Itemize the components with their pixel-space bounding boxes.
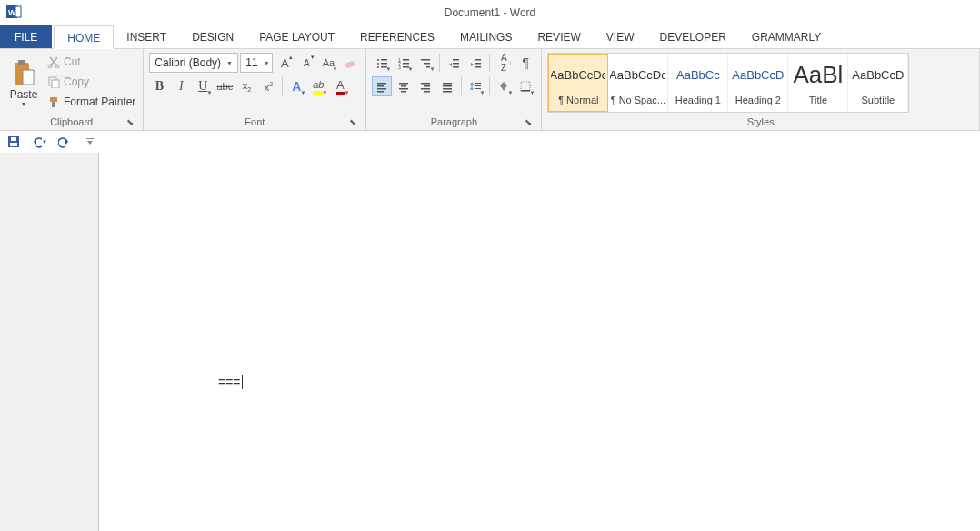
subscript-button[interactable]: x2	[236, 76, 256, 96]
highlight-button[interactable]: ab▼	[308, 76, 328, 96]
strikethrough-button[interactable]: abc	[215, 76, 235, 96]
svg-point-15	[377, 63, 379, 65]
svg-rect-5	[23, 70, 34, 85]
format-painter-button[interactable]: Format Painter	[45, 93, 137, 111]
font-color-button[interactable]: A▼	[330, 76, 350, 96]
save-icon	[7, 135, 20, 148]
page-edge	[98, 153, 99, 531]
bold-button[interactable]: B	[149, 76, 169, 96]
align-right-button[interactable]	[415, 76, 435, 96]
svg-rect-29	[453, 63, 459, 65]
qat-customize-button[interactable]	[82, 134, 98, 150]
svg-rect-47	[443, 85, 452, 87]
ribbon-tabs: FILE HOME INSERT DESIGN PAGE LAYOUT REFE…	[0, 25, 980, 49]
align-center-button[interactable]	[394, 76, 414, 96]
shading-button[interactable]: ▼	[494, 76, 514, 96]
show-marks-button[interactable]: ¶	[515, 53, 535, 73]
indent-icon	[469, 56, 482, 69]
svg-rect-57	[11, 137, 16, 141]
style-item-title[interactable]: AaBlTitle	[788, 54, 848, 112]
undo-button[interactable]: ▼	[31, 134, 47, 150]
text-effects-button[interactable]: A▼	[286, 76, 306, 96]
tab-design[interactable]: DESIGN	[179, 25, 246, 48]
save-button[interactable]	[5, 134, 22, 150]
svg-rect-34	[377, 83, 386, 85]
style-item--normal[interactable]: AaBbCcDc¶ Normal	[548, 54, 608, 112]
dropdown-icon: ▼	[264, 60, 270, 66]
copy-button[interactable]: Copy	[45, 73, 137, 91]
line-spacing-button[interactable]: ▼	[465, 76, 485, 96]
style-name: ¶ Normal	[558, 92, 598, 108]
clipboard-launcher-icon[interactable]: ⬊	[125, 117, 135, 128]
group-clipboard: Paste ▼ Cut Copy Format Painter Clipboar…	[0, 49, 144, 130]
align-left-icon	[375, 80, 388, 93]
style-item-heading-1[interactable]: AaBbCcHeading 1	[668, 54, 728, 112]
grow-font-button[interactable]: A▴	[275, 53, 295, 73]
sort-button[interactable]: AZ↓	[494, 53, 514, 73]
justify-button[interactable]	[437, 76, 457, 96]
tab-mailings[interactable]: MAILINGS	[447, 25, 525, 48]
multilevel-list-button[interactable]: ▼	[415, 53, 435, 73]
tab-review[interactable]: REVIEW	[525, 25, 593, 48]
superscript-button[interactable]: x2	[258, 76, 278, 96]
svg-rect-46	[443, 83, 452, 85]
change-case-button[interactable]: Aa▼	[318, 53, 338, 73]
svg-rect-41	[401, 91, 406, 93]
tab-pagelayout[interactable]: PAGE LAYOUT	[246, 25, 347, 48]
tab-developer[interactable]: DEVELOPER	[646, 25, 738, 48]
svg-point-17	[377, 66, 379, 68]
style-item--no-spac-[interactable]: AaBbCcDc¶ No Spac...	[608, 54, 668, 112]
paste-button[interactable]: Paste ▼	[5, 53, 42, 113]
document-content[interactable]: ===	[218, 375, 243, 389]
style-item-heading-2[interactable]: AaBbCcDHeading 2	[728, 54, 788, 112]
align-left-button[interactable]	[372, 76, 392, 96]
styles-gallery: AaBbCcDc¶ NormalAaBbCcDc¶ No Spac...AaBb…	[547, 53, 909, 113]
style-preview: AaBbCcDc	[610, 57, 665, 92]
format-painter-icon	[47, 95, 60, 108]
tab-insert[interactable]: INSERT	[114, 25, 179, 48]
font-name-combo[interactable]: Calibri (Body)▼	[149, 53, 238, 73]
decrease-indent-button[interactable]	[444, 53, 464, 73]
left-gutter	[0, 153, 98, 531]
bullets-button[interactable]: ▼	[372, 53, 392, 73]
svg-rect-51	[475, 85, 481, 86]
svg-rect-49	[443, 91, 452, 93]
font-size-combo[interactable]: 11▼	[240, 53, 273, 73]
style-name: Title	[809, 92, 827, 108]
separator	[489, 54, 490, 72]
svg-rect-10	[50, 97, 57, 102]
document-area[interactable]: ===	[0, 153, 980, 531]
svg-rect-32	[475, 63, 481, 65]
tab-file[interactable]: FILE	[0, 25, 52, 48]
svg-rect-36	[377, 88, 386, 90]
cut-button[interactable]: Cut	[45, 53, 137, 71]
paste-label: Paste	[10, 88, 38, 101]
paragraph-launcher-icon[interactable]: ⬊	[523, 117, 534, 128]
tab-home[interactable]: HOME	[54, 25, 114, 49]
separator	[282, 77, 283, 95]
redo-button[interactable]	[56, 134, 73, 150]
tab-view[interactable]: VIEW	[594, 25, 647, 48]
svg-rect-39	[401, 85, 406, 87]
text-cursor	[242, 375, 243, 389]
style-preview: AaBbCcD	[730, 57, 785, 92]
svg-rect-11	[52, 102, 55, 107]
numbering-button[interactable]: 123▼	[394, 53, 414, 73]
style-preview: AaBl	[790, 57, 845, 92]
tab-references[interactable]: REFERENCES	[347, 25, 447, 48]
increase-indent-button[interactable]	[465, 53, 485, 73]
font-launcher-icon[interactable]: ⬊	[347, 117, 358, 128]
svg-rect-12	[345, 60, 355, 68]
tab-grammarly[interactable]: GRAMMARLY	[739, 25, 834, 48]
justify-icon	[441, 80, 454, 93]
align-right-icon	[419, 80, 432, 93]
borders-button[interactable]: ▼	[515, 76, 535, 96]
underline-button[interactable]: U▼	[193, 76, 213, 96]
style-item-subtitle[interactable]: AaBbCcDSubtitle	[848, 54, 908, 112]
svg-rect-48	[443, 88, 452, 90]
paste-icon	[12, 59, 35, 88]
undo-icon	[31, 135, 42, 148]
clear-formatting-button[interactable]	[340, 53, 360, 73]
italic-button[interactable]: I	[171, 76, 191, 96]
shrink-font-button[interactable]: A▾	[296, 53, 316, 73]
